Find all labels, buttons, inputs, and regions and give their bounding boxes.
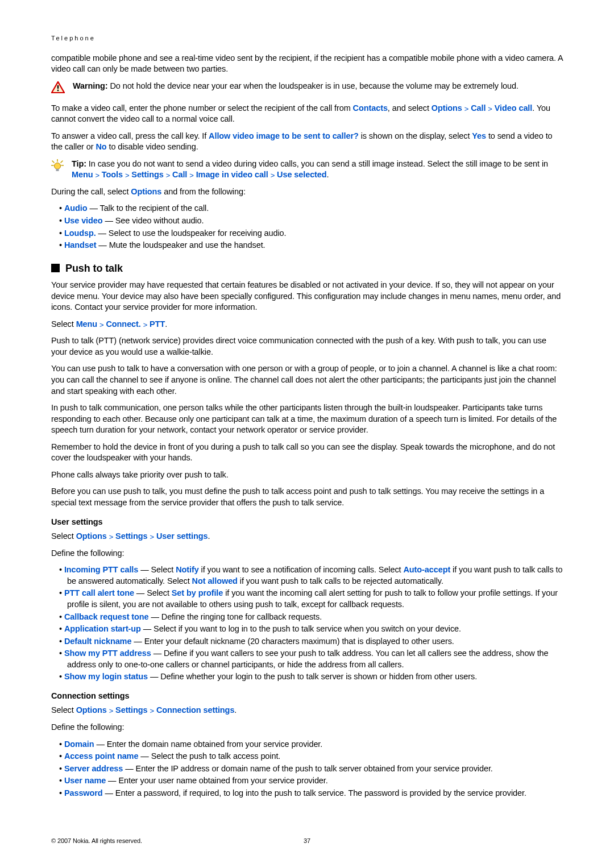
svg-rect-8 [56, 169, 59, 171]
page-footer: © 2007 Nokia. All rights reserved. 37 [51, 837, 563, 845]
svg-line-3 [52, 161, 54, 163]
body-para: Select Options > Settings > User setting… [51, 531, 563, 542]
body-para: To answer a video call, press the call k… [51, 131, 563, 153]
body-para: Push to talk (PTT) (network service) pro… [51, 335, 563, 358]
warning-text: Do not hold the device near your ear whe… [110, 81, 518, 90]
body-para: You can use push to talk to have a conve… [51, 363, 563, 397]
body-para: Select Options > Settings > Connection s… [51, 705, 563, 716]
svg-point-0 [57, 90, 59, 92]
tip-icon [51, 159, 64, 176]
body-para: During the call, select Options and from… [51, 186, 563, 198]
copyright: © 2007 Nokia. All rights reserved. [51, 837, 142, 845]
subsection-heading: User settings [51, 517, 563, 528]
warning-icon [51, 81, 65, 97]
body-para: compatible mobile phone and see a real-t… [51, 53, 563, 75]
body-para: To make a video call, enter the phone nu… [51, 103, 563, 125]
square-bullet-icon [51, 264, 60, 272]
connection-settings-list: Domain — Enter the domain name obtained … [51, 739, 563, 799]
warning-note: Warning: Do not hold the device near you… [51, 81, 563, 97]
section-heading: Push to talk [51, 261, 563, 275]
body-para: Your service provider may have requested… [51, 280, 563, 313]
page-number: 37 [304, 837, 310, 845]
tip-label: Tip: [72, 159, 89, 168]
svg-rect-1 [57, 85, 59, 89]
page-header: Telephone [51, 34, 563, 43]
body-para: Phone calls always take priority over pu… [51, 470, 563, 481]
warning-label: Warning: [73, 81, 110, 90]
body-para: Select Menu > Connect. > PTT. [51, 319, 563, 330]
svg-point-7 [55, 163, 61, 169]
user-settings-list: Incoming PTT calls — Select Notify if yo… [51, 564, 563, 683]
options-list: Audio — Talk to the recipient of the cal… [51, 203, 563, 251]
subsection-heading: Connection settings [51, 691, 563, 702]
tip-text: In case you do not want to send a video … [89, 159, 548, 168]
body-para: Before you can use push to talk, you mus… [51, 486, 563, 508]
body-para: In push to talk communication, one perso… [51, 402, 563, 436]
svg-line-4 [61, 161, 63, 163]
body-para: Define the following: [51, 722, 563, 733]
tip-note: Tip: In case you do not want to send a v… [51, 159, 563, 181]
body-para: Define the following: [51, 548, 563, 559]
body-para: Remember to hold the device in front of … [51, 442, 563, 464]
